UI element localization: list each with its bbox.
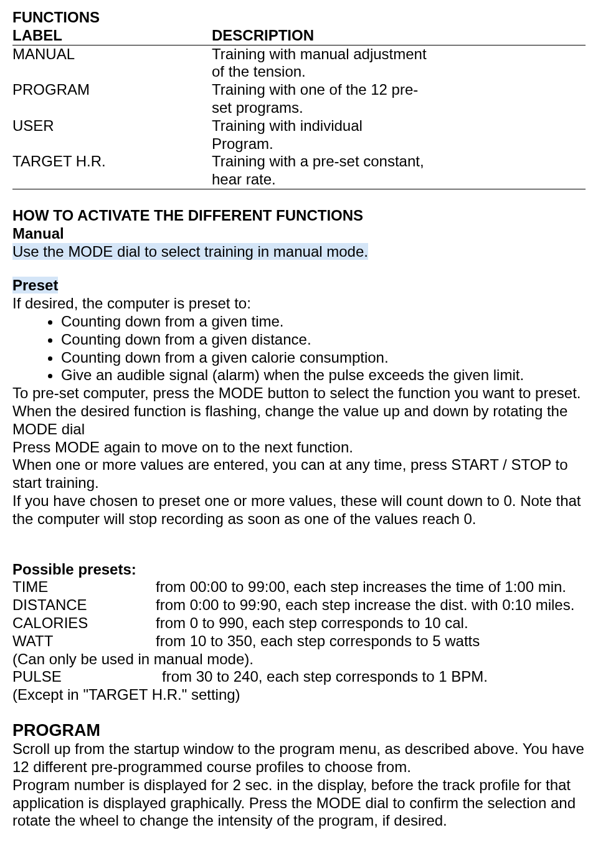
preset-desc: from 0 to 990, each step corresponds to … (156, 614, 574, 632)
functions-table: LABEL DESCRIPTION MANUAL Training with m… (12, 27, 586, 189)
header-description: DESCRIPTION (212, 27, 586, 45)
table-row: MANUAL Training with manual adjustment o… (12, 45, 586, 81)
table-row: DISTANCE from 0:00 to 99:90, each step i… (12, 596, 574, 614)
presets-section: Possible presets: TIME from 00:00 to 99:… (12, 561, 586, 704)
table-row: WATT from 10 to 350, each step correspon… (12, 632, 574, 651)
row-desc: Training with a pre-set constant, hear r… (212, 153, 586, 189)
preset-label: DISTANCE (12, 596, 156, 614)
preset-para: To pre-set computer, press the MODE butt… (12, 384, 586, 438)
preset-label-wrap: Preset (12, 277, 586, 295)
row-desc: Training with manual adjustment of the t… (212, 45, 586, 81)
row-desc-line: Program. (212, 135, 273, 152)
preset-label: Preset (12, 277, 58, 293)
row-label: TARGET H.R. (12, 153, 212, 189)
functions-section: FUNCTIONS LABEL DESCRIPTION MANUAL Train… (12, 9, 586, 189)
preset-para: When one or more values are entered, you… (12, 456, 586, 492)
program-title: PROGRAM (12, 720, 586, 740)
preset-para: Press MODE again to move on to the next … (12, 439, 586, 457)
table-row: TIME from 00:00 to 99:00, each step incr… (12, 578, 574, 596)
row-desc-line: Training with one of the 12 pre- (212, 81, 418, 98)
row-desc-line: of the tension. (212, 63, 306, 80)
preset-intro: If desired, the computer is preset to: (12, 295, 586, 313)
functions-title: FUNCTIONS (12, 9, 586, 27)
program-para: Scroll up from the startup window to the… (12, 740, 586, 776)
table-row: TARGET H.R. Training with a pre-set cons… (12, 153, 586, 189)
program-section: PROGRAM Scroll up from the startup windo… (12, 720, 586, 830)
row-label: PROGRAM (12, 81, 212, 117)
preset-para: If you have chosen to preset one or more… (12, 492, 586, 528)
table-header-row: LABEL DESCRIPTION (12, 27, 586, 45)
activate-section: HOW TO ACTIVATE THE DIFFERENT FUNCTIONS … (12, 207, 586, 528)
preset-label: TIME (12, 578, 156, 596)
presets-table: TIME from 00:00 to 99:00, each step incr… (12, 578, 574, 650)
program-para: Program number is displayed for 2 sec. i… (12, 776, 586, 830)
activate-title: HOW TO ACTIVATE THE DIFFERENT FUNCTIONS (12, 207, 586, 225)
list-item: Counting down from a given distance. (61, 331, 586, 349)
table-row: PROGRAM Training with one of the 12 pre-… (12, 81, 586, 117)
watt-note: (Can only be used in manual mode). (12, 651, 586, 669)
manual-text-span: Use the MODE dial to select training in … (12, 243, 368, 260)
preset-desc: from 10 to 350, each step corresponds to… (156, 632, 574, 651)
table-row: USER Training with individual Program. (12, 117, 586, 153)
preset-label: CALORIES (12, 614, 156, 632)
row-desc: Training with individual Program. (212, 117, 586, 153)
row-desc-line: set programs. (212, 99, 303, 116)
pulse-desc: from 30 to 240, each step corresponds to… (162, 668, 488, 685)
list-item: Counting down from a given calorie consu… (61, 349, 586, 367)
row-label: USER (12, 117, 212, 153)
manual-text: Use the MODE dial to select training in … (12, 243, 586, 261)
table-row: CALORIES from 0 to 990, each step corres… (12, 614, 574, 632)
presets-title: Possible presets: (12, 561, 586, 579)
pulse-line: PULSEfrom 30 to 240, each step correspon… (12, 668, 586, 686)
pulse-label: PULSE (12, 668, 162, 686)
manual-label: Manual (12, 225, 586, 243)
preset-bullets: Counting down from a given time. Countin… (12, 313, 586, 384)
list-item: Give an audible signal (alarm) when the … (61, 366, 586, 384)
row-desc-line: hear rate. (212, 171, 276, 188)
row-desc-line: Training with individual (212, 117, 363, 134)
row-desc: Training with one of the 12 pre- set pro… (212, 81, 586, 117)
row-label: MANUAL (12, 45, 212, 81)
row-desc-line: Training with manual adjustment (212, 45, 427, 62)
preset-label: WATT (12, 632, 156, 651)
list-item: Counting down from a given time. (61, 313, 586, 331)
preset-desc: from 00:00 to 99:00, each step increases… (156, 578, 574, 596)
header-label: LABEL (12, 27, 212, 45)
pulse-note: (Except in "TARGET H.R." setting) (12, 686, 586, 704)
preset-desc: from 0:00 to 99:90, each step increase t… (156, 596, 574, 614)
row-desc-line: Training with a pre-set constant, (212, 153, 424, 169)
